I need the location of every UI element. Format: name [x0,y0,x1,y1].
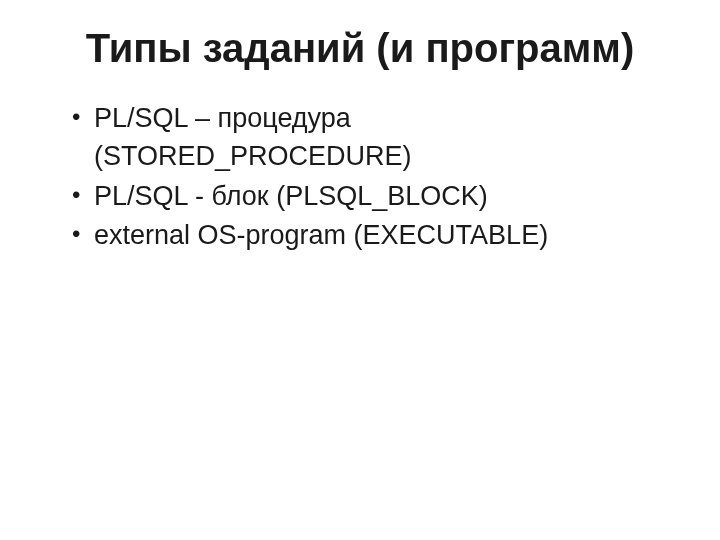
bullet-list: PL/SQL – процедура (STORED_PROCEDURE) PL… [72,100,672,255]
slide-title: Типы заданий (и программ) [48,24,672,72]
list-item: PL/SQL - блок (PLSQL_BLOCK) [72,178,672,216]
list-item: PL/SQL – процедура (STORED_PROCEDURE) [72,100,672,176]
slide-content: PL/SQL – процедура (STORED_PROCEDURE) PL… [48,100,672,255]
list-item: external OS-program (EXECUTABLE) [72,217,672,255]
slide-container: Типы заданий (и программ) PL/SQL – проце… [0,0,720,540]
